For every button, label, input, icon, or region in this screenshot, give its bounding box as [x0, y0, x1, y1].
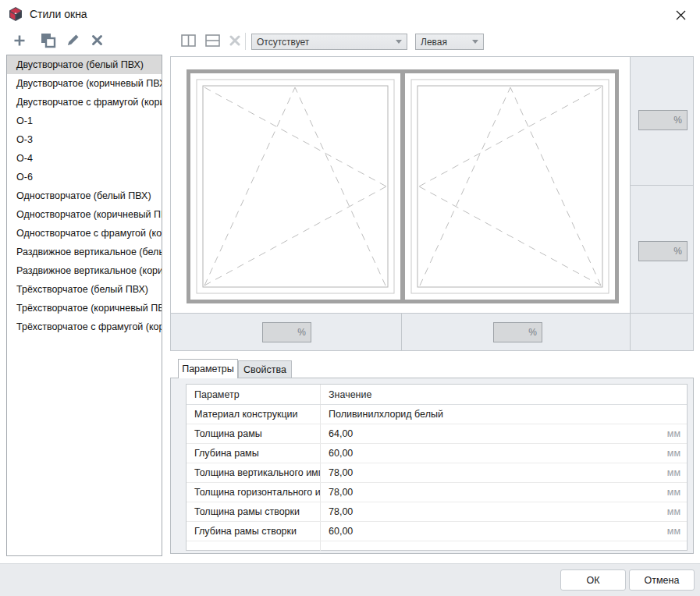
- list-item[interactable]: Раздвижное вертикальное (белый: [7, 243, 162, 261]
- hinge-side-dropdown[interactable]: Левая: [415, 34, 484, 50]
- bottom-right-cell: %: [402, 314, 631, 350]
- list-item[interactable]: О-3: [7, 130, 162, 149]
- list-item[interactable]: Одностворчатое с фрамугой (кори: [7, 224, 162, 243]
- param-value-cell[interactable]: 78,00 мм: [321, 483, 687, 502]
- list-item[interactable]: О-1: [7, 112, 162, 130]
- param-value: 78,00: [329, 506, 667, 517]
- close-icon[interactable]: [670, 5, 691, 25]
- window-styles-dialog: Стили окна Отсу: [0, 0, 700, 596]
- table-row: Толщина рамы створки 78,00 мм: [187, 502, 687, 522]
- copy-icon: [40, 32, 56, 48]
- percent-suffix: %: [673, 246, 682, 257]
- param-value-cell[interactable]: 78,00 мм: [321, 502, 687, 521]
- param-value: 78,00: [329, 487, 667, 498]
- param-unit: мм: [667, 506, 687, 517]
- list-item[interactable]: Трёхстворчатое (коричневый ПВХ: [7, 299, 162, 318]
- list-item[interactable]: Раздвижное вертикальное (коричн: [7, 261, 162, 280]
- left-casement[interactable]: [197, 80, 394, 293]
- width-percent-input-bottom[interactable]: %: [638, 241, 688, 261]
- list-item[interactable]: Двустворчатое с фрамугой (корич: [7, 93, 162, 112]
- remove-split-button[interactable]: [229, 34, 241, 47]
- cross-icon: [229, 35, 240, 46]
- style-list: Двустворчатое (белый ПВХ) Двустворчатое …: [6, 55, 162, 556]
- percent-suffix: %: [528, 327, 537, 338]
- param-unit: мм: [667, 467, 687, 478]
- window-preview-panel: % % % %: [170, 56, 694, 351]
- split-horizontal-button[interactable]: [204, 34, 220, 48]
- chevron-down-icon: [396, 40, 402, 44]
- ok-button[interactable]: ОК: [560, 569, 626, 591]
- empty-param-cell: [187, 541, 321, 551]
- param-value: 78,00: [329, 467, 667, 478]
- delete-style-button[interactable]: [91, 34, 104, 47]
- param-label: Толщина вертикального имп...: [187, 463, 321, 482]
- header-parameter: Параметр: [187, 385, 321, 404]
- table-row: Толщина рамы 64,00 мм: [187, 424, 687, 444]
- frame-type-value: Отсутствует: [257, 37, 391, 48]
- dialog-title: Стили окна: [30, 8, 87, 20]
- chevron-down-icon: [472, 40, 478, 44]
- param-unit: мм: [667, 428, 687, 439]
- split-vertical-icon: [181, 34, 196, 47]
- width-percent-input-top[interactable]: %: [638, 110, 688, 130]
- list-item[interactable]: Двустворчатое (белый ПВХ): [7, 55, 162, 74]
- param-label: Глубина рамы створки: [187, 522, 321, 541]
- empty-value-cell: [321, 541, 687, 551]
- right-casement[interactable]: [411, 80, 609, 293]
- cancel-button[interactable]: Отмена: [629, 569, 695, 591]
- param-unit: мм: [667, 526, 687, 537]
- param-label: Толщина горизонтального и...: [187, 483, 321, 502]
- add-style-button[interactable]: [12, 34, 27, 48]
- window-drawing: [187, 69, 619, 303]
- param-value: Поливинилхлорид белый: [329, 409, 680, 420]
- table-row: Материал конструкции Поливинилхлорид бел…: [187, 405, 687, 424]
- list-item[interactable]: Трёхстворчатое с фрамугой (кори: [7, 318, 162, 336]
- tab-parameters[interactable]: Параметры: [178, 359, 238, 378]
- param-label: Материал конструкции: [187, 405, 321, 424]
- list-item[interactable]: Одностворчатое (коричневый ПВХ: [7, 205, 162, 224]
- hinge-side-value: Левая: [421, 37, 467, 48]
- param-value-cell[interactable]: Поливинилхлорид белый: [321, 405, 687, 424]
- table-row: Глубина рамы 60,00 мм: [187, 444, 687, 463]
- table-empty-row: [187, 541, 687, 551]
- plus-icon: [13, 34, 26, 47]
- table-row: Глубина рамы створки 60,00 мм: [187, 522, 687, 541]
- table-row: Толщина вертикального имп... 78,00 мм: [187, 463, 687, 483]
- param-label: Глубина рамы: [187, 444, 321, 463]
- param-value-cell[interactable]: 60,00 мм: [321, 444, 687, 463]
- cross-icon: [91, 34, 103, 46]
- param-value: 64,00: [329, 428, 667, 439]
- param-value-cell[interactable]: 64,00 мм: [321, 424, 687, 443]
- param-value-cell[interactable]: 60,00 мм: [321, 522, 687, 541]
- title-bar: Стили окна: [0, 0, 700, 28]
- split-horizontal-icon: [205, 34, 220, 47]
- table-row: Толщина горизонтального и... 78,00 мм: [187, 483, 687, 502]
- height-percent-input-left[interactable]: %: [262, 322, 311, 342]
- param-value: 60,00: [329, 526, 667, 537]
- list-item[interactable]: Двустворчатое (коричневый ПВХ): [7, 74, 162, 93]
- param-unit: мм: [667, 487, 687, 498]
- tab-properties[interactable]: Свойства: [238, 360, 292, 378]
- bottom-left-cell: %: [171, 314, 402, 350]
- param-value: 60,00: [329, 448, 667, 459]
- toolbar-separator: [245, 33, 246, 50]
- param-unit: мм: [667, 448, 687, 459]
- duplicate-style-button[interactable]: [39, 31, 57, 49]
- pencil-icon: [66, 34, 80, 47]
- list-item[interactable]: Трёхстворчатое (белый ПВХ): [7, 280, 162, 299]
- list-item[interactable]: О-6: [7, 168, 162, 186]
- header-value: Значение: [321, 385, 687, 404]
- footer-bar: ОК Отмена: [0, 563, 700, 596]
- list-item[interactable]: О-4: [7, 149, 162, 168]
- list-item[interactable]: Одностворчатое (белый ПВХ): [7, 186, 162, 205]
- split-vertical-button[interactable]: [180, 34, 196, 48]
- frame-type-dropdown[interactable]: Отсутствует: [251, 34, 407, 50]
- param-value-cell[interactable]: 78,00 мм: [321, 463, 687, 482]
- edit-style-button[interactable]: [66, 33, 80, 48]
- preview-canvas: [171, 57, 631, 314]
- parameters-table: Параметр Значение Материал конструкции П…: [186, 384, 688, 551]
- right-top-cell: %: [631, 57, 693, 186]
- param-label: Толщина рамы: [187, 424, 321, 443]
- right-bottom-cell: %: [631, 186, 693, 314]
- height-percent-input-right[interactable]: %: [493, 322, 542, 342]
